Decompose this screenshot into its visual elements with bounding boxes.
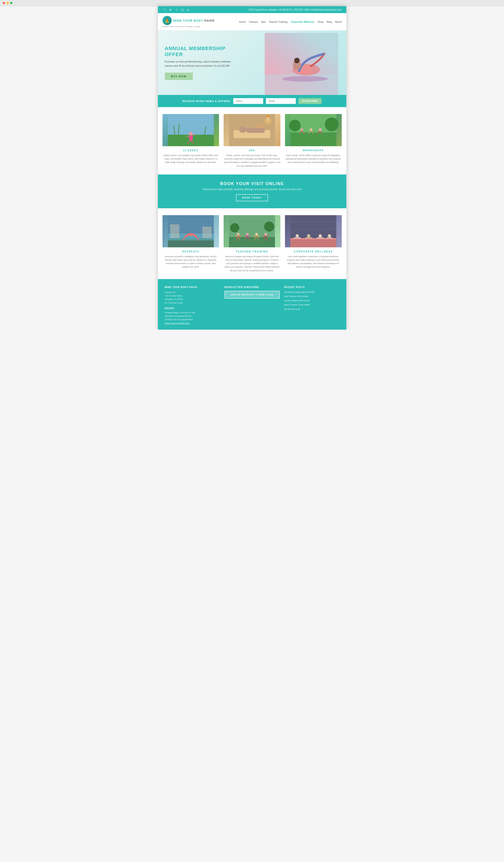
spa-title: SPA (249, 149, 255, 152)
svg-point-78 (328, 234, 331, 237)
workshops-image (285, 114, 342, 146)
footer-hours-link[interactable]: Check class schedule here. (165, 322, 220, 325)
svg-rect-73 (290, 238, 336, 247)
recent-post-2[interactable]: March Student of the Month (284, 299, 340, 302)
footer-newsletter-title: NEWSLETTER SUBSCRIBE (225, 286, 280, 288)
recent-post-1[interactable]: April Teacher of the Month (284, 295, 340, 298)
newsletter-label: RECEIVE MYBO NEWS & OFFERS! (183, 100, 231, 103)
nav-about[interactable]: About (335, 21, 342, 23)
main-nav: Home Classes Spa Teacher Training Corpor… (239, 21, 342, 23)
nav-spa[interactable]: Spa (261, 21, 266, 23)
classes-card: CLASSES Relax! Detox! Lose weight! Feel … (162, 114, 219, 168)
svg-rect-28 (290, 132, 336, 146)
svg-point-77 (319, 234, 322, 237)
svg-point-8 (189, 132, 193, 135)
svg-rect-46 (170, 224, 179, 238)
classes-title: CLASSES (183, 149, 198, 152)
svg-point-30 (325, 117, 339, 131)
retreats-description: Immerse yourself in meditation and adven… (162, 255, 219, 269)
hero-yoga-image (265, 33, 338, 95)
cta-title: BOOK YOUR VISIT ONLINE (162, 181, 342, 186)
nav-home[interactable]: Home (239, 21, 246, 23)
classes-description: Relax! Detox! Lose weight! Feel great! M… (162, 154, 219, 164)
header: MIND YOUR BODY OASIS Nestled in the Crys… (158, 13, 346, 30)
social-links: f ⊕ t ◫ g⁺ (162, 8, 190, 12)
svg-point-75 (295, 234, 299, 237)
spa-image (224, 114, 280, 146)
svg-rect-74 (290, 238, 336, 239)
svg-point-65 (264, 233, 267, 236)
hero-description: Purchase an Annual Membership, which inc… (165, 60, 238, 68)
svg-point-37 (319, 128, 321, 131)
logo-area: MIND YOUR BODY OASIS Nestled in the Crys… (162, 16, 215, 28)
contact-info: 1750 Crystal Drive, Arlington, VA 22202 … (248, 9, 342, 11)
buy-now-button[interactable]: BUY NOW (165, 73, 193, 80)
twitter-icon[interactable]: t (174, 8, 178, 12)
recent-post-0[interactable]: December Happenings @ MYBO (284, 291, 340, 294)
newsletter-bar: RECEIVE MYBO NEWS & OFFERS! SUBSCRIBE (158, 95, 346, 107)
nav-teacher-training[interactable]: Teacher Training (269, 21, 288, 23)
teacher-training-description: Become a leader and inspire through MYBO… (224, 255, 280, 272)
corporate-wellness-description: Let's work together to develop a Corpora… (285, 255, 342, 269)
svg-rect-49 (229, 237, 275, 247)
browser-dot-green (10, 2, 12, 4)
newsletter-name-input[interactable] (233, 98, 263, 104)
logo-name: MIND YOUR BODY OASIS (173, 19, 215, 22)
svg-point-29 (289, 120, 301, 131)
nav-blog[interactable]: Blog (327, 21, 332, 23)
corporate-wellness-card: CORPORATE WELLNESS Let's work together t… (285, 215, 342, 272)
workshops-description: Each month, MYBO offers a diverse range … (285, 154, 342, 164)
services-section: CLASSES Relax! Detox! Lose weight! Feel … (158, 107, 346, 174)
svg-point-23 (261, 124, 266, 127)
spa-card: SPA Relax, nurture, and heal your body i… (224, 114, 280, 168)
nav-shop[interactable]: Shop (318, 21, 323, 23)
svg-point-76 (307, 234, 310, 237)
svg-point-34 (309, 128, 312, 131)
spa-description: Relax, nurture, and heal your body in th… (224, 154, 280, 168)
book-today-button[interactable]: BOOK TODAY (236, 194, 268, 201)
browser-chrome (0, 0, 504, 6)
footer-hours-sun: Sunday 9:30-6 by appointment (165, 318, 220, 321)
footer-posts-title: RECENT POSTS (284, 286, 340, 288)
logo-icon (162, 16, 172, 25)
logo[interactable]: MIND YOUR BODY OASIS (162, 16, 215, 25)
footer-address-col: MIND YOUR BODY OASIS Crystal City 1750 C… (165, 286, 220, 325)
svg-point-20 (239, 127, 247, 133)
recent-post-4[interactable]: By-Oh-Diverse-ity (284, 308, 340, 311)
newsletter-email-input[interactable] (266, 98, 296, 104)
footer: MIND YOUR BODY OASIS Crystal City 1750 C… (158, 279, 346, 330)
svg-rect-14 (189, 135, 193, 141)
footer-address: Crystal City 1750 Crystal Drive Arlingto… (165, 291, 220, 305)
footer-citystate: Arlington, VA 22202 (165, 298, 220, 301)
footer-posts-col: RECENT POSTS December Happenings @ MYBO … (284, 286, 340, 325)
facebook-icon[interactable]: f (162, 8, 167, 12)
googleplus-icon[interactable]: g⁺ (186, 8, 190, 12)
nav-corporate-wellness[interactable]: Corporate Wellness (291, 21, 314, 23)
teacher-training-card: TEACHER TRAINING Become a leader and ins… (224, 215, 280, 272)
svg-rect-47 (202, 227, 211, 238)
subscribe-button[interactable]: SUBSCRIBE (299, 98, 321, 104)
svg-point-4 (294, 58, 300, 63)
logo-tagline: Nestled in the Crystal City in Arlington… (162, 26, 200, 28)
corporate-wellness-image (285, 215, 342, 247)
cta-banner: BOOK YOUR VISIT ONLINE Check out our cla… (158, 174, 346, 208)
recent-post-3[interactable]: March Teacher of the Month (284, 303, 340, 306)
browser-dot-yellow (6, 2, 9, 4)
svg-point-71 (264, 222, 274, 232)
rss-icon[interactable]: ⊕ (169, 8, 173, 12)
hero-image (261, 33, 342, 95)
instagram-icon[interactable]: ◫ (181, 8, 185, 12)
retreats-image (162, 215, 219, 247)
svg-point-31 (300, 128, 303, 131)
hero-content: ANNUAL MEMBERSHIP OFFER Purchase an Annu… (158, 36, 245, 89)
browser-dot-red (3, 2, 5, 4)
teacher-training-title: TEACHER TRAINING (236, 250, 268, 253)
svg-point-60 (255, 233, 258, 236)
svg-point-5 (282, 76, 328, 82)
join-class-button[interactable]: JOIN US AND ENJOY A FREE CLASS (225, 291, 280, 299)
workshops-title: WORKSHOPS (303, 149, 323, 152)
svg-point-55 (246, 233, 249, 236)
nav-classes[interactable]: Classes (249, 21, 258, 23)
footer-street: 1750 Crystal Drive (165, 294, 220, 298)
top-bar: f ⊕ t ◫ g⁺ 1750 Crystal Drive, Arlington… (158, 6, 346, 13)
